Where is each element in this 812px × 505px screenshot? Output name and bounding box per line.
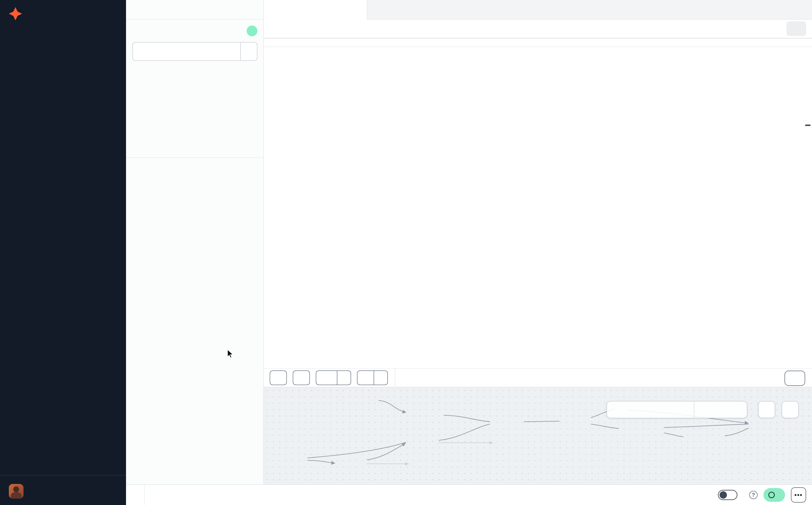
commit-and-sync-button[interactable] <box>132 42 258 61</box>
side-panel <box>126 0 264 484</box>
build-options-chevron[interactable] <box>337 371 351 385</box>
file-explorer-header[interactable] <box>126 163 263 177</box>
logo-row <box>0 0 126 27</box>
lineage-panel[interactable] <box>264 387 812 484</box>
dbt-logo-icon <box>9 7 22 20</box>
editor-toolbar <box>264 368 812 387</box>
branch-bar <box>126 0 263 20</box>
version-control-section <box>126 20 263 158</box>
help-icon[interactable]: ? <box>749 491 758 499</box>
avatar <box>9 484 23 499</box>
sidebar <box>0 0 126 505</box>
lineage-search-bar <box>607 401 747 418</box>
status-dot-icon <box>768 492 775 498</box>
sidebar-footer <box>0 471 126 505</box>
dbt-cloud-ide: ? ••• <box>0 0 812 505</box>
update-graph-button[interactable] <box>694 401 747 418</box>
version-control-header[interactable] <box>126 23 263 38</box>
code-lines[interactable] <box>264 38 812 368</box>
save-button[interactable] <box>787 21 806 36</box>
code-editor[interactable] <box>264 38 812 368</box>
preview-button[interactable] <box>270 370 287 385</box>
user-menu[interactable] <box>0 480 126 503</box>
lint-button[interactable] <box>357 370 388 385</box>
divider <box>0 475 126 476</box>
editor-minimap[interactable] <box>747 41 784 139</box>
fullscreen-button[interactable] <box>758 401 775 418</box>
breadcrumb-bar <box>264 20 812 38</box>
tab-customers-sql[interactable] <box>264 0 367 20</box>
dbt-copilot-button[interactable] <box>785 371 805 386</box>
file-explorer-section <box>126 158 263 484</box>
commit-options-chevron[interactable] <box>240 43 257 60</box>
refresh-button[interactable] <box>782 401 799 418</box>
status-badge[interactable] <box>764 488 785 502</box>
lint-options-chevron[interactable] <box>374 371 387 385</box>
defer-toggle[interactable] <box>718 490 738 500</box>
status-bar: ? ••• <box>126 484 812 505</box>
main-area <box>264 0 812 484</box>
editor-scrollbar-thumb[interactable] <box>805 125 811 126</box>
build-button[interactable] <box>316 370 351 385</box>
command-bar-expand-button[interactable] <box>126 485 145 505</box>
editor-tabbar <box>264 0 812 20</box>
divider <box>395 368 395 387</box>
compile-button[interactable] <box>293 370 310 385</box>
more-options-button[interactable]: ••• <box>791 487 806 503</box>
changes-count-badge <box>247 25 258 36</box>
